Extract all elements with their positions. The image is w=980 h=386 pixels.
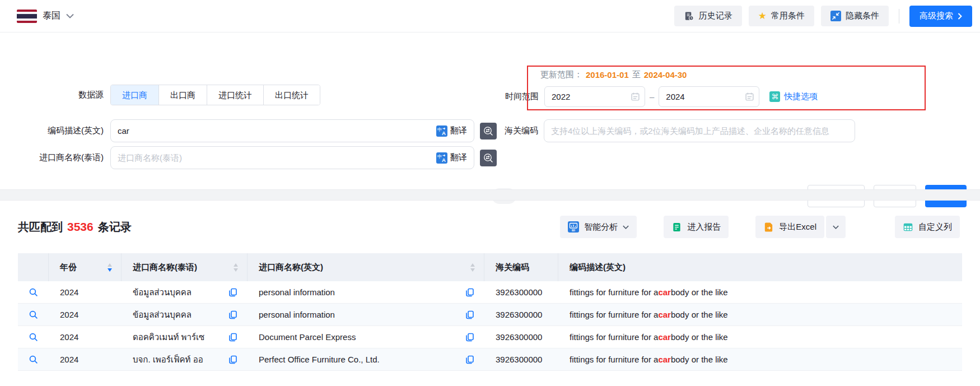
copy-icon[interactable] (465, 333, 474, 342)
time-from-input[interactable] (552, 92, 631, 101)
tab-export-stats[interactable]: 出口统计 (264, 85, 320, 105)
cell-year: 2024 (49, 281, 122, 303)
thailand-flag-icon (17, 10, 37, 23)
sort-importer-thai[interactable] (234, 263, 238, 272)
smart-analysis-label: 智能分析 (584, 222, 618, 232)
tab-import-stats[interactable]: 进口统计 (207, 85, 264, 105)
time-to-input[interactable] (666, 92, 745, 101)
hide-conditions-label: 隐藏条件 (846, 11, 879, 21)
page: 泰国 历史记录 ★ 常用条件 (0, 0, 980, 386)
svg-text:A: A (442, 157, 446, 163)
cell-description: fittings for furniture for a car body or… (558, 304, 962, 325)
cell-importer-english: Perfect Office Furniture Co., Ltd. (248, 348, 484, 370)
cell-hs-code: 3926300000 (484, 348, 558, 370)
chevron-down-icon (623, 225, 629, 229)
translate-button[interactable]: 中 A 翻译 (436, 152, 467, 164)
copy-icon[interactable] (228, 333, 237, 342)
header-year: 年份 (49, 253, 122, 281)
cell-description: fittings for furniture for a car body or… (558, 348, 962, 370)
cell-hs-code: 3926300000 (484, 281, 558, 303)
copy-icon[interactable] (465, 355, 474, 364)
summary-suffix: 条记录 (98, 220, 132, 235)
row-detail-button[interactable] (18, 281, 49, 303)
section-divider (0, 189, 980, 201)
highlight-keyword: car (658, 355, 671, 364)
cell-description: fittings for furniture for a car body or… (558, 326, 962, 348)
match-mode-icon[interactable] (480, 150, 497, 166)
calendar-icon[interactable] (631, 92, 640, 101)
export-options-button[interactable] (826, 216, 846, 238)
datasource-row: 数据源 进口商 出口商 进口统计 出口统计 (17, 85, 320, 105)
cell-description: fittings for furniture for a car body or… (558, 281, 962, 303)
copy-icon[interactable] (465, 310, 474, 319)
results-summary: 共匹配到 3536 条记录 (18, 220, 132, 235)
time-to-field (659, 86, 759, 107)
sort-year[interactable] (108, 263, 112, 272)
cell-hs-code: 3926300000 (484, 304, 558, 325)
copy-icon[interactable] (465, 288, 474, 297)
chevron-right-icon (958, 13, 962, 20)
cell-year: 2024 (49, 348, 122, 370)
favorites-button[interactable]: ★ 常用条件 (749, 6, 814, 26)
export-excel-button[interactable]: 导出Excel (755, 216, 824, 238)
translate-icon: 中 A (436, 152, 447, 164)
quick-options-button[interactable]: ⌘ 快捷选项 (769, 91, 818, 102)
highlight-keyword: car (658, 287, 671, 297)
cell-year: 2024 (49, 304, 122, 325)
command-icon: ⌘ (769, 91, 780, 102)
copy-icon[interactable] (228, 288, 237, 297)
chevron-down-icon (66, 13, 74, 18)
cell-importer-english: Document Parcel Express (248, 326, 484, 348)
hs-code-field (544, 119, 855, 142)
row-detail-button[interactable] (18, 304, 49, 325)
tab-importer[interactable]: 进口商 (111, 85, 159, 105)
history-button[interactable]: 历史记录 (674, 6, 742, 26)
smart-analysis-button[interactable]: BI 智能分析 (560, 216, 637, 238)
favorites-label: 常用条件 (771, 11, 805, 21)
cell-importer-thai: ดอคคิวเมนท์ พาร์เซ (122, 326, 248, 348)
country-name: 泰国 (43, 10, 60, 22)
enter-report-label: 进入报告 (687, 222, 721, 232)
results-toolbar: BI 智能分析 进入报告 (560, 216, 960, 238)
code-description-input[interactable] (118, 126, 436, 136)
copy-icon[interactable] (228, 355, 237, 364)
importer-name-input[interactable] (118, 153, 436, 162)
tab-exporter[interactable]: 出口商 (159, 85, 207, 105)
topbar: 泰国 历史记录 ★ 常用条件 (0, 0, 980, 32)
report-icon (671, 222, 682, 232)
magnifier-icon (29, 355, 38, 364)
results-count: 3536 (67, 220, 94, 234)
quick-options-label: 快捷选项 (784, 91, 818, 102)
topbar-actions: 历史记录 ★ 常用条件 隐藏条件 高级搜索 (674, 6, 972, 27)
table-row: 2024 ข้อมูลส่วนบุคคล personal informatio… (18, 304, 962, 326)
row-detail-button[interactable] (18, 348, 49, 370)
customize-columns-button[interactable]: 自定义列 (895, 216, 960, 238)
copy-icon[interactable] (228, 310, 237, 319)
importer-name-label: 进口商名称(泰语) (17, 152, 104, 163)
hide-conditions-button[interactable]: 隐藏条件 (821, 6, 889, 26)
importer-name-row: 进口商名称(泰语) 中 A 翻译 (17, 146, 497, 169)
match-mode-icon[interactable] (480, 123, 497, 139)
search-panel: 数据源 进口商 出口商 进口统计 出口统计 更新范围： 2016-01-01 至… (0, 32, 980, 189)
collapse-icon (830, 11, 841, 21)
columns-grid-icon (903, 222, 913, 232)
translate-button[interactable]: 中 A 翻译 (436, 125, 467, 137)
country-selector[interactable]: 泰国 (17, 10, 74, 23)
translate-icon: 中 A (436, 125, 447, 137)
update-range-from: 2016-01-01 (586, 70, 629, 80)
advanced-search-label: 高级搜索 (920, 11, 953, 21)
update-range-line: 更新范围： 2016-01-01 至 2024-04-30 (540, 69, 687, 80)
bi-analysis-icon: BI (568, 221, 579, 232)
row-detail-button[interactable] (18, 326, 49, 348)
calendar-icon[interactable] (745, 92, 754, 101)
advanced-search-button[interactable]: 高级搜索 (909, 6, 972, 27)
header-hs-code: 海关编码 (484, 253, 558, 281)
enter-report-button[interactable]: 进入报告 (664, 216, 729, 238)
topbar-divider (899, 9, 899, 24)
sort-importer-english[interactable] (470, 263, 475, 272)
header-importer-english: 进口商名称(英文) (248, 253, 484, 281)
cell-hs-code: 3926300000 (484, 326, 558, 348)
history-label: 历史记录 (699, 11, 732, 21)
hs-code-input[interactable] (551, 126, 848, 136)
datasource-label: 数据源 (17, 90, 104, 100)
